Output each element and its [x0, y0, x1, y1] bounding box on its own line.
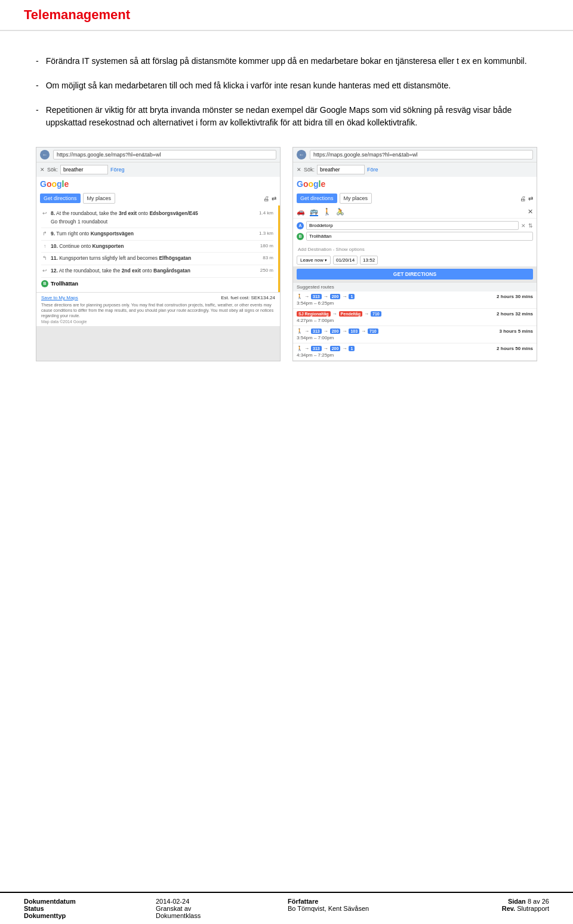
bus-313-r4: 313: [311, 346, 322, 351]
arrow-r2: →: [332, 311, 337, 317]
from-input[interactable]: Broddetorp: [306, 221, 519, 230]
get-directions-transit-btn[interactable]: GET DIRECTIONS: [297, 269, 533, 280]
logo-management: management: [49, 7, 130, 22]
bullet-text-1: Förändra IT systemen så att förslag på d…: [46, 55, 527, 67]
route-item-1[interactable]: 🚶 → 313 → 200 → 1 2 hours 30 mins 3:54pm…: [293, 291, 537, 309]
dist-8: 1.4 km: [259, 210, 273, 226]
get-directions-btn-left[interactable]: Get directions: [40, 194, 81, 203]
route-item-4[interactable]: 🚶 → 313 → 200 → 1 2 hours 50 mins 4:34pm…: [293, 343, 537, 361]
bullet-text-2: Om möjligt så kan medarbetaren till och …: [46, 79, 451, 92]
to-input[interactable]: Trollhättan: [306, 232, 533, 241]
chevron-down-icon: ▾: [325, 258, 327, 262]
close-icon-right[interactable]: ✕: [297, 167, 301, 173]
arrow3-r3: →: [342, 329, 347, 334]
suggested-routes-header: Suggested routes: [293, 282, 537, 291]
route-item-3[interactable]: 🚶 → 313 → 200 → 103 → 710 3 hours 5 mins…: [293, 326, 537, 343]
time-input[interactable]: 13:52: [360, 256, 378, 265]
duration-r4: 2 hours 50 mins: [497, 346, 533, 351]
swap-icon[interactable]: ⇅: [528, 223, 533, 229]
from-label-icon: A: [297, 222, 304, 229]
screenshot-left: ← https://maps.google.se/maps?hl=en&tab=…: [36, 147, 281, 361]
arrow2-icon-r1: →: [324, 294, 328, 299]
date-input[interactable]: 01/20/14: [333, 256, 358, 265]
my-places-btn-right[interactable]: My places: [340, 193, 372, 204]
duration-r1: 2 hours 30 mins: [497, 294, 533, 299]
duration-r2: 2 hours 32 mins: [497, 311, 533, 317]
arrow-r4: →: [304, 346, 309, 351]
car-mode-icon[interactable]: 🚗: [297, 208, 305, 216]
footer-grid: Dokumentdatum Status Dokumenttyp 2014-02…: [24, 898, 549, 919]
toolbar-icons-right: 🖨 ⇄: [520, 195, 533, 202]
arrow2-r2: →: [364, 311, 369, 317]
fuel-cost: Est. fuel cost: SEK134.24: [221, 295, 275, 300]
bullet-text-3: Repetitionen är viktig för att bryta inv…: [46, 104, 537, 129]
bullet-item-1: - Förändra IT systemen så att förslag på…: [36, 55, 537, 67]
turn-icon-9: ↱: [41, 230, 48, 238]
show-options-link[interactable]: Show options: [336, 247, 365, 252]
doc-class-label: Dokumentklass: [156, 912, 201, 919]
search-label-right: Sök:: [304, 167, 315, 173]
logo-tele: Tele: [24, 7, 49, 22]
dest-marker-icon: B: [41, 280, 48, 287]
right-buttons-row: Get directions My places 🖨 ⇄: [293, 191, 537, 205]
dir-item-12: ↩ 12. At the roundabout, take the 2nd ex…: [41, 265, 273, 278]
transit-mode-icon[interactable]: 🚌: [310, 207, 318, 216]
schedule-r2: 4:27pm – 7:00pm: [297, 318, 533, 323]
toolbar-icons-left: 🖨 ⇄: [263, 195, 276, 202]
doc-date-value: 2014-02-24: [156, 898, 189, 905]
bus-200-r1: 200: [330, 294, 341, 299]
dir-item-10: ↑ 10. Continue onto Kungsporten 180 m: [41, 241, 273, 253]
close-mode-icon[interactable]: ✕: [528, 208, 533, 216]
search-input-right[interactable]: breather: [317, 165, 365, 174]
print-icon-left[interactable]: 🖨: [263, 195, 269, 202]
close-icon-left[interactable]: ✕: [40, 167, 45, 173]
foreg-link-right[interactable]: Före: [367, 167, 378, 173]
bus-200-r4: 200: [330, 346, 341, 351]
arrow-icon-r1: →: [304, 294, 309, 299]
add-destination-link[interactable]: Add Destination: [298, 247, 331, 252]
google-logo-left: Google: [40, 179, 276, 189]
doc-type-label: Dokumenttyp: [24, 912, 66, 919]
save-to-maps-link[interactable]: Save to My Maps: [41, 295, 78, 300]
dir-item-11: ↰ 11. Kungsporten turns slightly left an…: [41, 253, 273, 265]
dist-11: 83 m: [263, 254, 273, 263]
from-clear-icon[interactable]: ✕: [521, 223, 526, 229]
bus-200-r3: 200: [330, 329, 341, 334]
bike-mode-icon[interactable]: 🚴: [336, 208, 344, 216]
share-icon-left[interactable]: ⇄: [272, 195, 276, 202]
route-item-2[interactable]: SJ Regionaltåg → Pendeltåg → 710 2 hours…: [293, 309, 537, 326]
left-buttons-row: Get directions My places 🖨 ⇄: [36, 191, 280, 205]
bus-313-r1: 313: [311, 294, 322, 299]
foreg-link-left[interactable]: Föreg: [110, 167, 125, 173]
walk-icon-r4: 🚶: [297, 346, 303, 351]
bullet-dash-2: -: [36, 79, 39, 92]
page-value: 8 av 26: [528, 898, 549, 905]
screenshots-row: ← https://maps.google.se/maps?hl=en&tab=…: [36, 147, 537, 361]
my-places-btn-left[interactable]: My places: [83, 193, 116, 204]
bus-103-r3: 103: [349, 329, 359, 334]
get-directions-btn-right[interactable]: Get directions: [297, 194, 337, 203]
print-icon-right[interactable]: 🖨: [520, 195, 526, 202]
share-icon-right[interactable]: ⇄: [528, 195, 533, 202]
url-bar-left: https://maps.google.se/maps?hl=en&tab=wl: [53, 150, 276, 159]
rev-value: Slutrapport: [517, 905, 549, 912]
disclaimer-text: These directions are for planning purpos…: [41, 302, 275, 318]
bus-710-r2: 710: [371, 311, 381, 317]
leave-now-button[interactable]: Leave now ▾: [297, 256, 331, 265]
directions-list: ↩ 8. At the roundabout, take the 3rd exi…: [36, 205, 280, 292]
back-button-left[interactable]: ←: [40, 150, 50, 159]
page-footer: Dokumentdatum Status Dokumenttyp 2014-02…: [0, 892, 573, 924]
walk-mode-icon[interactable]: 🚶: [323, 208, 331, 216]
time-row: Leave now ▾ 01/20/14 13:52: [293, 254, 537, 266]
google-logo-right: Google: [297, 179, 533, 189]
to-label-icon: B: [297, 233, 304, 240]
search-input-left[interactable]: breather: [60, 165, 108, 174]
arrow4-r3: →: [361, 329, 366, 334]
arrow2-r3: →: [324, 329, 328, 334]
back-button-right[interactable]: ←: [297, 150, 306, 159]
dist-12: 250 m: [260, 267, 273, 275]
roundabout-icon-8: ↩: [41, 210, 48, 226]
logo: Telemanagement: [24, 7, 549, 23]
status-value: Granskat av: [156, 905, 191, 912]
dist-9: 1.3 km: [259, 230, 273, 238]
